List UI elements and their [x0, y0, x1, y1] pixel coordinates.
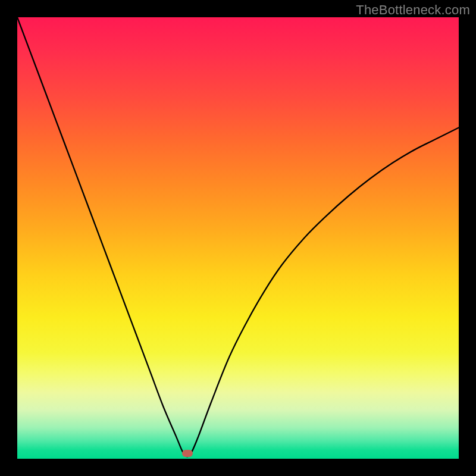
- chart-frame: TheBottleneck.com: [0, 0, 476, 476]
- plot-area: [17, 17, 459, 459]
- watermark-text: TheBottleneck.com: [356, 2, 470, 18]
- gradient-background: [17, 17, 459, 459]
